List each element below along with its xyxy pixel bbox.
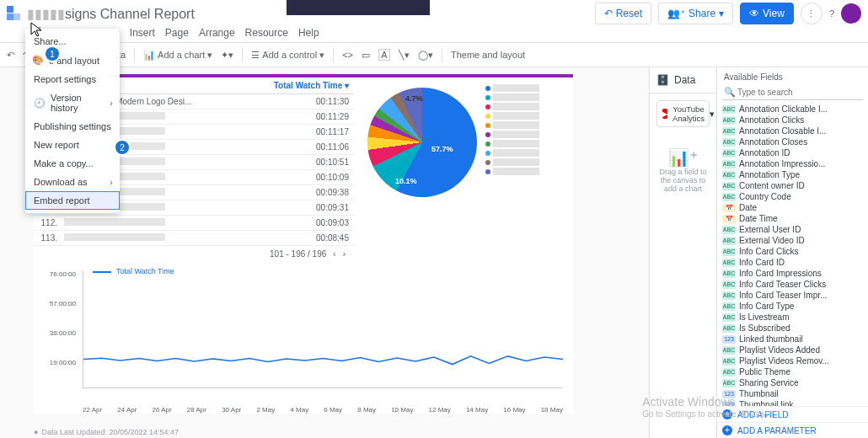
menu-item-theme[interactable]: 🎨e and layout (25, 51, 120, 70)
data-source-pill[interactable]: ▶ YouTube Analytics ▾ (656, 100, 710, 127)
menu-arrange[interactable]: Arrange (199, 27, 235, 39)
text-tool[interactable]: A (378, 49, 390, 61)
report-title[interactable]: ▮▮▮▮▮signs Channel Report (27, 6, 195, 22)
data-rail-title: Data (674, 74, 695, 86)
field-item[interactable]: ABCPlaylist Videos Remov... (717, 355, 868, 366)
field-item[interactable]: 📅Date Time (717, 213, 868, 224)
field-item[interactable]: ABCIs Subscribed (717, 323, 868, 334)
col-total-watch[interactable]: Total Watch Time ▾ (268, 81, 352, 90)
table-row[interactable]: 113.00:08:45 (34, 231, 354, 246)
image-tool[interactable]: ▭ (362, 50, 370, 61)
field-item[interactable]: ABCPlaylist Videos Added (717, 345, 868, 355)
field-item[interactable]: ABCInfo Card Teaser Impr... (717, 290, 868, 301)
data-refresh-footer: ● Data Last Updated: 20/05/2022 14:54:47 (34, 428, 179, 436)
field-item[interactable]: ABCIs Livestream (717, 312, 868, 323)
reset-label: Reset (616, 8, 642, 19)
chart-icon: 📊 (143, 50, 155, 61)
pager-next[interactable]: › (343, 249, 346, 259)
menu-insert[interactable]: Insert (130, 27, 155, 39)
step-badge-2: 2 (115, 141, 129, 154)
field-item[interactable]: ABCExternal Video ID (717, 235, 868, 246)
theme-layout-button[interactable]: Theme and layout (451, 50, 525, 60)
field-item[interactable]: ABCInfo Card ID (717, 257, 868, 268)
add-parameter-button[interactable]: +ADD A PARAMETER (717, 422, 868, 438)
file-menu-dropdown: Share... 🎨e and layout Report settings 🕘… (25, 29, 120, 213)
menu-help[interactable]: Help (298, 27, 319, 39)
menu-bar: File Editing View Insert Page Arrange Re… (0, 27, 868, 42)
add-control-button[interactable]: ☰ Add a control ▾ (251, 50, 324, 61)
menu-page[interactable]: Page (165, 27, 189, 39)
field-item[interactable]: 123Linked thumbnail (717, 334, 868, 345)
fields-search-input[interactable] (722, 85, 863, 100)
field-item[interactable]: ABCAnnotation Closes (717, 136, 868, 147)
add-chart-icon[interactable]: 📊⁺ (650, 147, 716, 168)
fields-search[interactable]: 🔍 (722, 85, 863, 100)
field-item[interactable]: ABCInfo Card Impressions (717, 268, 868, 279)
help-icon[interactable]: ? (829, 8, 834, 19)
vertical-dots-icon: ⋮ (806, 8, 816, 19)
data-source-label: YouTube Analytics (672, 104, 705, 123)
field-item[interactable]: ABCInfo Card Clicks (717, 246, 868, 257)
avatar[interactable] (841, 3, 861, 24)
field-item[interactable]: ABCExternal User ID (717, 224, 868, 235)
pager-prev[interactable]: ‹ (333, 249, 335, 259)
fields-panel: Available Fields 🔍 ABCAnnotation Clickab… (716, 67, 868, 438)
reset-button[interactable]: ↶ Reset (595, 3, 651, 24)
field-item[interactable]: ABCContent owner ID (717, 180, 868, 191)
field-item[interactable]: ABCCountry Code (717, 191, 868, 202)
undo-button[interactable]: ↶ (7, 50, 14, 61)
line-chart[interactable]: Total Watch Time 76:00:0057:00:0038:00:0… (40, 270, 563, 414)
add-chart-button[interactable]: 📊Add a chart ▾ (143, 50, 212, 61)
shape-tool[interactable]: ◯▾ (418, 50, 433, 61)
clock-icon: 🕘 (34, 98, 46, 109)
legend-item (485, 103, 539, 110)
undo-icon: ↶ (604, 8, 613, 19)
menu-item-version-history[interactable]: 🕘Version history (25, 88, 120, 117)
search-icon: 🔍 (724, 87, 736, 98)
table-row[interactable]: 112.00:09:03 (34, 216, 354, 231)
pie-label-top: 4.7% (405, 94, 423, 103)
legend-item (485, 158, 539, 166)
legend-item (485, 131, 539, 138)
legend-item (485, 149, 539, 157)
menu-resource[interactable]: Resource (245, 27, 288, 39)
field-item[interactable]: ABCAnnotation Type (717, 169, 868, 180)
field-item[interactable]: ABCPublic Theme (717, 366, 868, 377)
menu-item-report-settings[interactable]: Report settings (25, 70, 120, 88)
redacted-banner (287, 0, 430, 15)
field-item[interactable]: 📅Date (717, 202, 868, 213)
field-item[interactable]: ABCAnnotation Impressio... (717, 158, 868, 169)
field-item[interactable]: ABCSharing Service (717, 377, 868, 388)
field-item[interactable]: ABCAnnotation Closable I... (717, 126, 868, 136)
community-viz-button[interactable]: ✦▾ (221, 50, 233, 61)
menu-item-embed-report[interactable]: Embed report (25, 191, 120, 210)
field-item[interactable]: ABCAnnotation ID (717, 147, 868, 158)
chevron-down-icon: ▾ (719, 8, 724, 19)
legend-item (485, 121, 539, 129)
share-button[interactable]: 👥⁺ Share ▾ (658, 3, 733, 24)
drag-hint: Drag a field to the canvas to add a char… (650, 168, 716, 193)
legend-item (485, 93, 539, 101)
share-label: Share (689, 8, 715, 19)
windows-watermark: Activate Windows Go to Settings to activ… (642, 395, 775, 419)
menu-item-make-copy[interactable]: Make a copy... (25, 154, 120, 173)
field-item[interactable]: ABCAnnotation Clickable I... (717, 104, 868, 115)
field-item[interactable]: ABCInfo Card Teaser Clicks (717, 279, 868, 290)
menu-item-publishing[interactable]: Publishing settings (25, 117, 120, 136)
view-button[interactable]: 👁 View (740, 3, 794, 24)
eye-icon: 👁 (749, 8, 759, 19)
cursor-icon (30, 22, 42, 37)
more-options-button[interactable]: ⋮ (801, 3, 822, 24)
pie-label-main: 57.7% (431, 145, 453, 153)
pie-chart[interactable]: 57.7% 10.1% 4.7% (359, 77, 561, 221)
share-icon: 👥⁺ (667, 8, 685, 19)
pie-legend (485, 83, 539, 177)
menu-item-download-as[interactable]: Download as (25, 173, 120, 191)
url-embed-button[interactable]: <> (342, 50, 353, 60)
step-badge-1: 1 (46, 47, 59, 61)
line-tool[interactable]: ╲▾ (399, 50, 410, 61)
table-pager: 101 - 196 / 196 ‹ › (34, 246, 354, 260)
field-item[interactable]: ABCAnnotation Clicks (717, 115, 868, 126)
menu-item-new-report[interactable]: New report (25, 136, 120, 154)
field-item[interactable]: ABCInfo Card Type (717, 301, 868, 312)
